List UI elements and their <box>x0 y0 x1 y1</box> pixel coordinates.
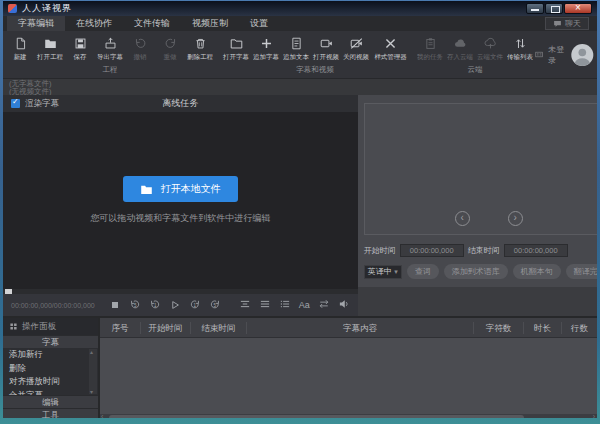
undo-button[interactable]: 撤销 <box>125 34 155 62</box>
title-bar[interactable]: 人人译视界 <box>3 1 597 16</box>
transfer-list-button[interactable]: 传输列表 <box>505 34 535 62</box>
language-direction-select[interactable]: 英译中 <box>364 265 402 279</box>
column-line-count[interactable]: 行数 <box>561 322 597 334</box>
open-video-button[interactable]: 打开视频 <box>311 34 341 62</box>
scroll-left-arrow[interactable]: ‹ <box>101 413 103 418</box>
merge-subtitle-item[interactable]: 合并字幕 <box>3 389 98 396</box>
maximize-button[interactable] <box>545 3 563 14</box>
sidebar-scrollbar[interactable] <box>89 349 97 394</box>
new-project-button[interactable]: 新建 <box>5 34 35 62</box>
operations-panel-header: 操作面板 <box>3 318 98 335</box>
font-style-button[interactable]: Aa <box>299 300 310 310</box>
open-local-file-button[interactable]: 打开本地文件 <box>123 176 238 202</box>
rewind-5-icon <box>129 299 141 311</box>
open-project-button[interactable]: 打开工程 <box>35 34 65 62</box>
open-subtitle-button[interactable]: 打开字幕 <box>221 34 251 62</box>
subtitle-operations-list: 添加新行 删除 对齐播放时间 合并字幕 <box>3 348 98 395</box>
start-time-input[interactable]: 00:00:00,000 <box>400 244 464 257</box>
close-video-button[interactable]: 关闭视频 <box>341 34 371 62</box>
seek-thumb[interactable] <box>5 289 12 294</box>
open-local-file-label: 打开本地文件 <box>161 182 221 196</box>
button-label: 追加字幕 <box>253 52 279 61</box>
button-label: 传输列表 <box>507 52 533 61</box>
column-index[interactable]: 序号 <box>100 322 140 334</box>
style-manager-button[interactable]: 样式管理器 <box>371 34 409 62</box>
button-label: 云端文件 <box>477 52 503 61</box>
save-to-cloud-button[interactable]: 存入云端 <box>445 34 475 62</box>
forward-1s-button[interactable] <box>189 299 201 311</box>
preview-box: ‹ › <box>364 103 597 235</box>
rewind-5s-button[interactable] <box>129 299 141 311</box>
menu-online-collab[interactable]: 在线协作 <box>65 16 123 31</box>
delete-project-button[interactable]: 删除工程 <box>185 34 215 62</box>
add-new-line-item[interactable]: 添加新行 <box>3 348 98 362</box>
save-icon <box>74 37 87 50</box>
table-body[interactable] <box>100 338 597 414</box>
save-button[interactable]: 保存 <box>65 34 95 62</box>
button-label: 我的任务 <box>417 52 443 61</box>
my-tasks-button[interactable]: 我的任务 <box>415 34 445 62</box>
cloud-files-button[interactable]: 云端文件 <box>475 34 505 62</box>
swap-button[interactable] <box>318 296 330 314</box>
player-controls: 00:00:00,000/00:00:00,000 Aa <box>3 294 358 316</box>
translation-done-button[interactable]: 翻译完成 <box>566 264 597 279</box>
id-card-icon <box>535 49 543 60</box>
swap-arrows-icon <box>318 298 330 310</box>
export-subtitle-button[interactable]: 导出字幕 <box>95 34 125 62</box>
close-button[interactable] <box>564 3 592 14</box>
add-to-glossary-button[interactable]: 添加到术语库 <box>444 264 508 279</box>
next-line-button[interactable]: › <box>508 211 523 226</box>
minimize-button[interactable] <box>526 3 544 14</box>
volume-button[interactable] <box>338 296 350 314</box>
stop-button[interactable] <box>109 299 121 311</box>
forward-5s-button[interactable] <box>209 299 221 311</box>
append-subtitle-button[interactable]: 追加字幕 <box>251 34 281 62</box>
column-duration[interactable]: 时长 <box>523 322 561 334</box>
button-label: 撤销 <box>134 52 147 61</box>
lookup-word-button[interactable]: 查词 <box>407 264 439 279</box>
column-subtitle-content[interactable]: 字幕内容 <box>246 322 473 334</box>
text-file-icon <box>290 37 303 50</box>
folder-icon <box>140 183 153 196</box>
time-row: 开始时间 00:00:00,000 结束时间 00:00:00,000 <box>364 243 597 257</box>
align-justify-button[interactable] <box>259 296 271 314</box>
offline-task-header: 渲染字幕 离线任务 <box>3 95 358 112</box>
panel-filler <box>358 287 597 316</box>
cloud-upload-icon <box>484 37 497 50</box>
play-button[interactable] <box>169 299 181 311</box>
menu-file-transfer[interactable]: 文件传输 <box>123 16 181 31</box>
group-edit[interactable]: 编辑 <box>3 395 98 408</box>
menu-video-encode[interactable]: 视频压制 <box>181 16 239 31</box>
column-char-count[interactable]: 字符数 <box>473 322 523 334</box>
chat-label: 聊天 <box>565 18 581 29</box>
offline-task-title: 离线任务 <box>3 97 358 110</box>
horizontal-scrollbar[interactable]: ‹ › <box>100 414 597 418</box>
list-view-button[interactable] <box>279 296 291 314</box>
menu-settings[interactable]: 设置 <box>239 16 279 31</box>
speaker-icon <box>338 298 350 310</box>
group-tools[interactable]: 工具 <box>3 408 98 418</box>
avatar[interactable] <box>571 40 594 70</box>
column-start-time[interactable]: 开始时间 <box>140 322 190 334</box>
align-center-button[interactable] <box>239 296 251 314</box>
redo-button[interactable]: 重做 <box>155 34 185 62</box>
chat-button[interactable]: 聊天 <box>545 17 589 30</box>
account-area[interactable]: 未登录 <box>535 31 597 78</box>
seek-bar[interactable] <box>3 289 358 294</box>
video-drop-area[interactable]: 打开本地文件 您可以拖动视频和字幕文件到软件中进行编辑 <box>3 112 358 289</box>
group-subtitle[interactable]: 字幕 <box>3 335 98 348</box>
rewind-1s-button[interactable] <box>149 299 161 311</box>
machine-translate-button[interactable]: 机翻本句 <box>513 264 561 279</box>
rewind-1-icon <box>149 299 161 311</box>
append-text-button[interactable]: 追加文本 <box>281 34 311 62</box>
scroll-right-arrow[interactable]: › <box>593 413 595 418</box>
previous-line-button[interactable]: ‹ <box>455 211 470 226</box>
end-time-input[interactable]: 00:00:00,000 <box>504 244 568 257</box>
scrollbar-thumb[interactable] <box>109 415 524 418</box>
delete-item[interactable]: 删除 <box>3 362 98 376</box>
column-end-time[interactable]: 结束时间 <box>190 322 246 334</box>
playback-time: 00:00:00,000/00:00:00,000 <box>11 302 95 309</box>
menu-subtitle-edit[interactable]: 字幕编辑 <box>7 16 65 31</box>
align-playback-time-item[interactable]: 对齐播放时间 <box>3 375 98 389</box>
align-center-icon <box>239 298 251 310</box>
